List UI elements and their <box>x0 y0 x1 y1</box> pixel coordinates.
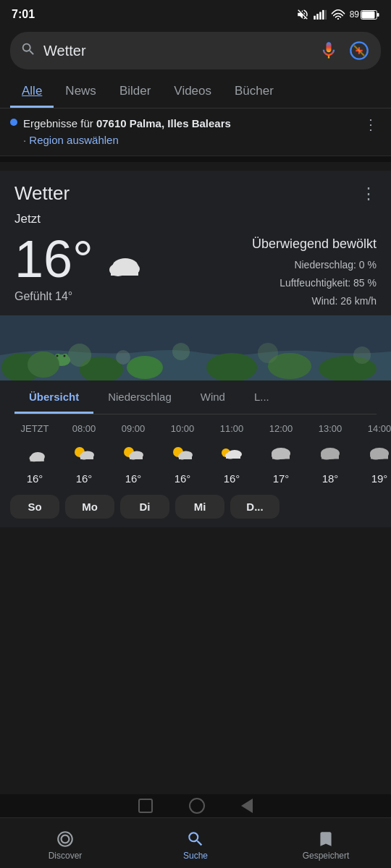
subtab-luft[interactable]: L... <box>240 382 284 414</box>
tab-bilder[interactable]: Bilder <box>108 77 162 108</box>
hour-temp-7: 19° <box>371 472 388 485</box>
back-button[interactable] <box>241 799 253 813</box>
weather-title: Wetter <box>14 182 70 205</box>
humidity-text: Luftfeuchtigkeit: 85 % <box>252 274 377 292</box>
more-options-icon[interactable]: ⋮ <box>361 116 381 133</box>
svg-rect-13 <box>111 270 138 276</box>
hourly-section: JETZT 16° 08:00 <box>0 414 391 527</box>
hour-icon-7 <box>368 441 391 468</box>
search-tabs: Alle News Bilder Videos Bücher <box>0 77 391 109</box>
suche-icon <box>186 830 205 848</box>
subtab-niederschlag[interactable]: Niederschlag <box>93 382 186 414</box>
precipitation-text: Niederschlag: 0 % <box>252 256 377 274</box>
discover-icon <box>56 830 75 848</box>
day-pill-4[interactable]: D... <box>230 495 279 519</box>
svg-rect-56 <box>321 456 339 459</box>
weather-header: Wetter ⋮ <box>14 182 377 205</box>
battery-percent: 89 <box>350 9 359 20</box>
svg-point-29 <box>258 343 278 363</box>
feels-like: Gefühlt 14° <box>14 290 252 303</box>
gespeichert-icon <box>316 830 335 848</box>
hour-icon-4 <box>220 441 243 468</box>
hour-col-5: 12:00 17° <box>256 420 306 488</box>
hour-col-6: 13:00 18° <box>306 420 355 488</box>
search-query: Wetter <box>43 43 310 59</box>
status-bar: 7:01 89 <box>0 0 391 26</box>
nav-discover[interactable]: Discover <box>36 830 94 861</box>
hour-col-4: 11:00 16° <box>207 420 256 488</box>
hour-col-1: 08:00 16° <box>59 420 109 488</box>
subtab-uebersicht[interactable]: Übersicht <box>14 382 93 414</box>
svg-point-30 <box>353 346 371 364</box>
weather-scene <box>0 315 391 380</box>
temp-row: 16° <box>14 231 252 287</box>
hour-icon-2 <box>122 441 145 468</box>
wifi-icon <box>331 9 345 20</box>
home-button[interactable] <box>189 798 205 814</box>
nav-gespeichert[interactable]: Gespeichert <box>297 830 355 861</box>
location-banner: Ergebnisse für 07610 Palma, Illes Balear… <box>0 109 391 156</box>
subtab-wind[interactable]: Wind <box>186 382 240 414</box>
tab-videos[interactable]: Videos <box>162 77 223 108</box>
svg-point-23 <box>127 356 163 379</box>
svg-rect-2 <box>319 12 321 20</box>
day-pill-3[interactable]: Mi <box>175 495 224 519</box>
svg-rect-1 <box>316 14 319 20</box>
hour-label-0: JETZT <box>21 423 49 434</box>
hour-label-5: 12:00 <box>269 423 293 434</box>
day-pill-2[interactable]: Di <box>120 495 169 519</box>
nav-suche[interactable]: Suche <box>167 830 224 861</box>
weather-main: 16° Gefühlt 14° <box>14 231 377 311</box>
divider-1 <box>0 156 391 162</box>
weather-right: Überwiegend bewölkt Niederschlag: 0 % Lu… <box>252 231 377 311</box>
lens-button[interactable] <box>348 39 371 62</box>
status-time: 7:01 <box>12 8 35 21</box>
svg-rect-4 <box>325 10 327 20</box>
nav-discover-label: Discover <box>49 851 83 861</box>
weather-more-icon[interactable]: ⋮ <box>361 184 377 203</box>
svg-point-19 <box>64 354 66 357</box>
recent-apps-button[interactable] <box>138 799 153 813</box>
hour-icon-1 <box>72 441 96 468</box>
search-bar[interactable]: Wetter <box>10 32 381 69</box>
day-pill-0[interactable]: So <box>10 495 59 519</box>
hour-label-2: 09:00 <box>122 423 146 434</box>
mic-button[interactable] <box>317 39 340 62</box>
day-forecast: So Mo Di Mi D... <box>0 488 391 519</box>
condition-text: Überwiegend bewölkt <box>252 237 377 252</box>
location-city: 07610 Palma, Illes Balears <box>96 117 231 129</box>
moon-cloud-icon <box>99 238 143 278</box>
hour-label-7: 14:00 <box>368 423 391 434</box>
svg-rect-34 <box>30 458 44 461</box>
tab-alle[interactable]: Alle <box>10 77 54 108</box>
search-icon <box>20 41 36 60</box>
svg-point-21 <box>28 352 59 378</box>
hour-label-1: 08:00 <box>72 423 96 434</box>
hour-icon-3 <box>171 441 194 468</box>
nav-suche-label: Suche <box>183 851 208 861</box>
location-prefix: Ergebnisse für <box>23 117 96 129</box>
search-bar-container: Wetter <box>0 26 391 77</box>
big-temperature: 16° <box>14 233 93 285</box>
location-dot <box>10 119 17 126</box>
svg-point-28 <box>172 343 190 360</box>
svg-rect-59 <box>371 456 388 459</box>
location-info: Ergebnisse für 07610 Palma, Illes Balear… <box>10 116 361 148</box>
svg-point-18 <box>56 354 59 357</box>
hour-label-6: 13:00 <box>319 423 342 434</box>
tab-news[interactable]: News <box>54 77 108 108</box>
hour-col-0: JETZT 16° <box>10 420 59 488</box>
hour-col-2: 09:00 16° <box>109 420 158 488</box>
mute-icon <box>296 8 309 21</box>
svg-rect-50 <box>226 456 240 459</box>
svg-rect-7 <box>362 11 375 18</box>
svg-rect-46 <box>179 456 192 459</box>
hour-temp-4: 16° <box>224 472 240 485</box>
tab-buecher[interactable]: Bücher <box>223 77 285 108</box>
weather-scene-svg <box>0 315 391 380</box>
location-region-link[interactable]: Region auswählen <box>29 134 118 146</box>
day-pill-1[interactable]: Mo <box>65 495 114 519</box>
hour-temp-5: 17° <box>273 472 290 485</box>
hourly-times: JETZT 16° 08:00 <box>0 414 391 488</box>
battery-icon <box>361 10 379 20</box>
